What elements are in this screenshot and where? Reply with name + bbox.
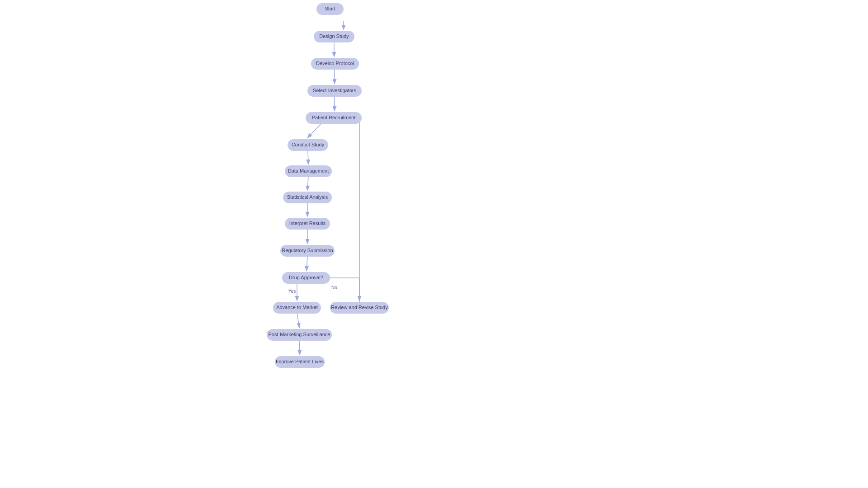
arrow-data-stats bbox=[307, 177, 308, 190]
node-regulatory-submission-label: Regulatory Submission bbox=[282, 248, 333, 253]
yes-label: Yes bbox=[288, 289, 296, 294]
arrow-patient-conduct bbox=[308, 124, 321, 137]
node-interpret-results-label: Interpret Results bbox=[289, 221, 326, 226]
node-statistical-analysis-label: Statistical Analysis bbox=[287, 194, 328, 200]
node-patient-recruitment-label: Patient Recruitment bbox=[312, 115, 356, 120]
arrow-post-improve bbox=[299, 341, 300, 354]
flowchart-container: Yes No Start Design Study Develop Protoc… bbox=[0, 0, 868, 488]
node-review-revise-label: Review and Revise Study bbox=[331, 305, 388, 310]
node-post-marketing-label: Post-Marketing Surveillance bbox=[269, 332, 330, 337]
node-design-study-label: Design Study bbox=[319, 33, 349, 39]
node-drug-approval-label: Drug Approval? bbox=[289, 275, 323, 280]
arrow-review-patient bbox=[359, 118, 361, 314]
node-advance-to-market-label: Advance to Market bbox=[276, 305, 318, 310]
node-select-investigators-label: Select Investigators bbox=[313, 88, 356, 93]
node-improve-lives-label: Improve Patient Lives bbox=[276, 359, 324, 364]
node-conduct-study-label: Conduct Study bbox=[292, 142, 325, 147]
arrow-conduct-data bbox=[308, 151, 308, 164]
arrow-advance-post bbox=[297, 314, 299, 327]
node-develop-protocol-label: Develop Protocol bbox=[316, 61, 354, 66]
no-label: No bbox=[331, 285, 337, 290]
arrow-regulatory-drug bbox=[307, 257, 307, 270]
node-start-label: Start bbox=[325, 6, 335, 11]
node-data-management-label: Data Management bbox=[288, 168, 329, 174]
